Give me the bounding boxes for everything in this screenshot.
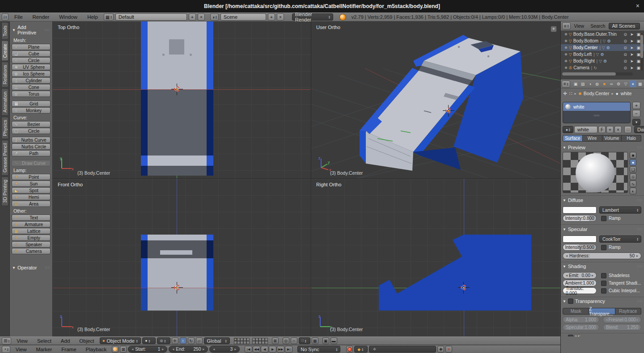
scene-field[interactable]: Scene <box>220 13 266 21</box>
mask-tab[interactable]: Mask <box>563 308 589 315</box>
viewport-shading-dropdown[interactable]: ● ▴▾ <box>142 337 156 344</box>
add-grid-button[interactable]: ▦Grid <box>12 101 51 107</box>
add-point-lamp-button[interactable]: ✳Point <box>12 174 51 180</box>
outliner-filter-dropdown[interactable]: All Scenes <box>609 23 640 29</box>
diffuse-color-swatch[interactable] <box>563 206 597 214</box>
add-uv-sphere-button[interactable]: ⊕UV Sphere <box>12 64 51 70</box>
expand-icon[interactable]: ⊕ <box>564 46 568 50</box>
tab-wire[interactable]: Wire <box>583 135 602 142</box>
eye-icon[interactable]: ⊙ <box>623 32 627 37</box>
nodes-button[interactable]: ∷ <box>624 126 631 133</box>
layers-widget-group2[interactable] <box>252 338 268 344</box>
specular-ramp-checkbox[interactable] <box>601 245 606 250</box>
add-camera-button[interactable]: ✇Camera <box>12 248 51 254</box>
add-nurbs-curve-button[interactable]: ∫Nurbs Curve <box>12 137 51 143</box>
diffuse-ramp-checkbox[interactable] <box>601 216 606 221</box>
keying-set-dropdown[interactable]: ◆ ▴▾ <box>354 346 368 353</box>
fresnel-slider[interactable]: ◂ Fresnel: 0.000 ▸ <box>603 316 641 323</box>
slot-list-grip[interactable]: ══ <box>563 111 630 120</box>
active-keying-set-field[interactable]: ✧ <box>369 346 436 353</box>
play-reverse-button[interactable]: ◀ <box>261 346 268 353</box>
add-sun-lamp-button[interactable]: ☀Sun <box>12 181 51 187</box>
material-new-button[interactable]: + <box>606 126 614 133</box>
manipulator-translate-button[interactable]: ↑ <box>180 337 186 344</box>
menu-view[interactable]: View <box>13 338 32 344</box>
tab-texture-icon[interactable]: ▦ <box>637 80 644 87</box>
timeline-editor-button[interactable]: ◔ ▴▾ <box>2 346 10 353</box>
tab-render-icon[interactable]: ▣ <box>572 80 579 87</box>
specular-panel-header[interactable]: ▼ Specular ∷∷ <box>563 227 643 232</box>
eye-icon[interactable]: ⊙ <box>623 66 627 70</box>
diffuse-intensity-slider[interactable]: Intensity:0.800 <box>563 215 597 222</box>
tab-physics[interactable]: Physics <box>1 117 8 139</box>
add-ico-sphere-button[interactable]: ◍Ico Sphere <box>12 71 51 77</box>
add-primitive-panel-header[interactable]: ▼ Add Primitive ∷∷ <box>10 23 52 37</box>
render-restrict-icon[interactable]: ▣ <box>636 46 640 50</box>
emit-slider[interactable]: ◂ Emit: 0.00 ▸ <box>563 272 597 279</box>
raytrace-tab[interactable]: Raytrace <box>615 308 641 315</box>
specular-color-swatch[interactable] <box>563 235 597 243</box>
snap-peel-button[interactable]: ▦ <box>312 337 318 344</box>
cubic-interpolation-checkbox[interactable] <box>601 288 606 294</box>
outliner-item-camera[interactable]: ⊕ ✇ Camera |↻ ⊙➤▣ <box>561 64 644 71</box>
add-text-button[interactable]: FText <box>12 214 51 221</box>
menu-file[interactable]: File <box>10 14 27 20</box>
preview-panel-header[interactable]: ▼ Preview ∷∷ <box>563 145 643 150</box>
manipulator-axis-button[interactable]: ✛ <box>172 337 178 344</box>
add-cone-button[interactable]: △Cone <box>12 84 51 90</box>
jump-start-button[interactable]: |◀ <box>245 346 252 353</box>
tab-halo[interactable]: Halo <box>622 135 641 142</box>
tab-constraints-icon[interactable]: ∞ <box>608 80 615 87</box>
breadcrumb-object[interactable]: Body.Center <box>584 91 610 96</box>
close-icon[interactable]: × <box>636 2 640 9</box>
material-slot-selected[interactable]: white <box>563 102 630 111</box>
menu-render[interactable]: Render <box>29 14 54 20</box>
scene-add-button[interactable]: + <box>268 13 275 21</box>
hardness-slider[interactable]: ◂ Hardness: 50 ▸ <box>563 252 641 259</box>
timeline-menu-frame[interactable]: Frame <box>57 347 80 352</box>
insert-keyframe-button[interactable]: ✚ <box>437 346 444 353</box>
timeline-menu-marker[interactable]: Marker <box>32 347 56 352</box>
specular-intensity-slider[interactable]: Intensity:0.500 <box>563 244 597 251</box>
menu-help[interactable]: Help <box>83 14 102 20</box>
manipulator-rotate-button[interactable]: ↻ <box>188 337 195 344</box>
tab-modifiers-icon[interactable]: ⚙ <box>615 80 622 87</box>
select-arrow-icon[interactable]: ➤ <box>630 52 634 57</box>
translucency-slider[interactable]: Transluc: 0.000 <box>563 287 597 294</box>
alpha-slider[interactable]: Alpha: 1.000 <box>563 316 599 323</box>
mode-dropdown[interactable]: ■ Object Mode ▴▾ <box>100 337 141 344</box>
add-lattice-button[interactable]: ▦Lattice <box>12 228 51 234</box>
outliner-editor-button[interactable]: ≡ ▴▾ <box>562 22 571 29</box>
preview-flat-button[interactable]: ■ <box>630 152 636 159</box>
layout-add-button[interactable]: + <box>189 13 196 21</box>
slot-remove-button[interactable]: − <box>632 110 640 117</box>
start-frame-field[interactable]: ◂ Start: 1 ▸ <box>128 346 167 353</box>
layout-delete-button[interactable]: × <box>198 13 205 21</box>
prev-keyframe-button[interactable]: ◀◀ <box>253 346 260 353</box>
timeline-menu-playback[interactable]: Playback <box>82 347 111 352</box>
viewport-right-ortho[interactable]: Right Ortho z y (3) Body.Center <box>311 179 560 336</box>
tab-data-icon[interactable]: ▽ <box>623 80 629 87</box>
panel-grip[interactable]: ∷∷ <box>45 28 50 32</box>
operator-panel-header[interactable]: ▼ Operator ∷∷ <box>10 264 53 272</box>
render-restrict-icon[interactable]: ▣ <box>636 52 640 57</box>
outliner-item-body-center-selected[interactable]: ⊕ ▽ Body.Center |▽⚙ ⊙➤▣ <box>561 44 644 51</box>
tab-scene-icon[interactable]: ◑ <box>587 80 593 87</box>
tab-world-icon[interactable]: ◍ <box>594 80 601 87</box>
view3d-editor-button[interactable]: ⊞ ▴▾ <box>2 337 11 345</box>
tab-volume[interactable]: Volume <box>602 135 622 142</box>
transparency-panel-header[interactable]: ▼ Transparency ∷∷ <box>563 298 643 304</box>
end-frame-field[interactable]: ◂ End: 250 ▸ <box>169 346 208 353</box>
eye-icon[interactable]: ⊙ <box>623 46 627 50</box>
lock-to-scene-button[interactable]: ⊠ <box>272 337 279 344</box>
eye-icon[interactable]: ⊙ <box>623 39 627 43</box>
render-restrict-icon[interactable]: ▣ <box>636 32 640 37</box>
menu-select[interactable]: Select <box>33 338 55 344</box>
fake-user-button[interactable]: F <box>598 126 606 133</box>
specular-shader-dropdown[interactable]: CookTorr ▴▾ <box>599 235 641 243</box>
timeline-menu-view[interactable]: View <box>12 347 31 352</box>
preview-sphere-button[interactable]: ● <box>630 159 636 166</box>
add-circle-button[interactable]: ○Circle <box>12 57 51 63</box>
render-opengl-anim-button[interactable]: ▬ <box>330 337 337 344</box>
add-torus-button[interactable]: ◎Torus <box>12 91 51 97</box>
